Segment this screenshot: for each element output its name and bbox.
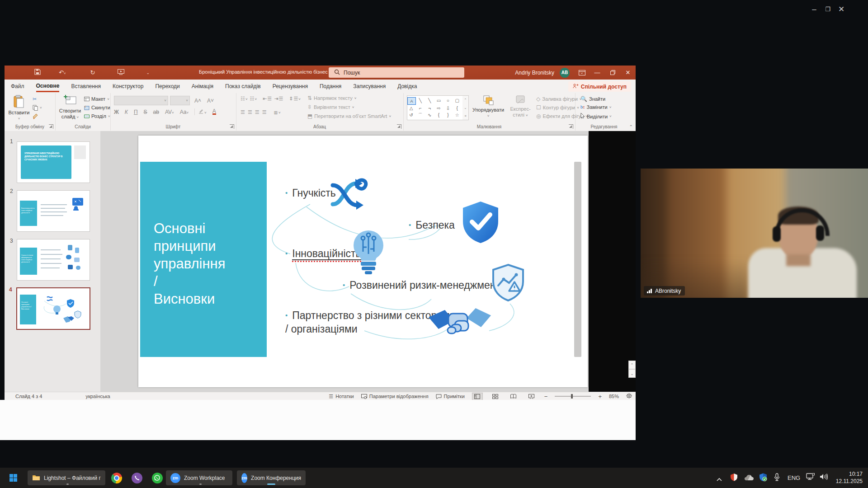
tab-slideshow[interactable]: Показ слайдів xyxy=(225,81,261,91)
slideshow-view-button[interactable] xyxy=(526,393,537,400)
slide-sorter-view-button[interactable] xyxy=(490,393,501,400)
slide-thumbnail-1[interactable]: УПРАВЛІННЯ ІНВЕСТИЦІЙНОЮ ДІЯЛЬНІСТЮ БІЗН… xyxy=(17,142,90,183)
shield-check-icon[interactable] xyxy=(460,200,501,244)
select-button[interactable]: Виділити˅ xyxy=(580,113,612,120)
display-options-button[interactable]: Параметри відображення xyxy=(361,394,429,399)
bullet-innovation[interactable]: Інноваційність xyxy=(285,247,361,260)
tab-transitions[interactable]: Переходи xyxy=(155,81,179,91)
slide-thumbnail-3[interactable]: Сучасні етапи формування інвестиційної д… xyxy=(17,239,90,280)
shrink-font-button[interactable]: A˅ xyxy=(207,98,214,104)
find-button[interactable]: 🔍Знайти xyxy=(580,96,605,102)
notes-button[interactable]: ☰Нотатки xyxy=(329,394,354,399)
tab-help[interactable]: Довідка xyxy=(397,81,417,91)
strikethrough2-button[interactable]: ab xyxy=(153,109,159,115)
tray-language[interactable]: ENG xyxy=(788,474,800,481)
underline-button[interactable]: П xyxy=(134,109,138,115)
new-slide-button[interactable]: Створити слайд ˅ xyxy=(57,95,83,120)
taskbar-app-lightshot[interactable]: Lightshot – Файловий г xyxy=(28,470,105,485)
replace-button[interactable]: bc Замінити˅ xyxy=(580,104,611,110)
tray-chevron-icon[interactable] xyxy=(717,475,722,483)
justify-button[interactable]: ☰ xyxy=(262,109,268,115)
align-right-button[interactable]: ☰ xyxy=(255,109,260,115)
tab-record[interactable]: Записування xyxy=(353,81,386,91)
previous-slide-button[interactable]: ⌃ xyxy=(628,361,636,369)
bullet-risk[interactable]: Розвинений ризик-менеджмент xyxy=(343,278,500,292)
save-icon[interactable] xyxy=(34,69,41,76)
tray-network-icon[interactable] xyxy=(806,473,815,483)
shuffle-arrows-icon[interactable] xyxy=(328,172,373,216)
fit-to-window-icon[interactable] xyxy=(626,393,632,399)
copy-button[interactable]: ˅ xyxy=(33,105,42,111)
shell-close-button[interactable]: ✕ xyxy=(835,5,848,14)
highlight-button[interactable]: ˅ xyxy=(194,108,207,115)
bold-button[interactable]: Ж xyxy=(114,109,119,115)
start-button[interactable] xyxy=(6,471,20,485)
tray-clock[interactable]: 10:17 12.11.2025 xyxy=(836,470,863,485)
normal-view-button[interactable] xyxy=(472,393,483,400)
slide-thumbnail-4[interactable]: Основні принципи управління / Висновки xyxy=(17,288,90,329)
bullet-security[interactable]: Безпека xyxy=(409,218,455,232)
zoom-in-button[interactable]: + xyxy=(598,393,602,400)
strikethrough-button[interactable]: S xyxy=(144,109,147,115)
clipboard-dialog-launcher[interactable] xyxy=(49,124,53,129)
customize-qat-icon[interactable]: ⌄ xyxy=(146,70,150,75)
shell-minimize-button[interactable]: – xyxy=(807,5,821,14)
slide-title-box[interactable]: Основні принципи управління / Висновки xyxy=(140,162,267,357)
shapes-gallery-scroll[interactable]: ⌃⌄≡ xyxy=(462,95,469,120)
taskbar-app-viber[interactable] xyxy=(130,471,144,485)
quick-styles-button[interactable]: Експрес- стилі ˅ xyxy=(506,95,534,118)
account-avatar[interactable]: AB xyxy=(560,68,570,78)
arrange-button[interactable]: Упорядкувати˅ xyxy=(471,95,505,119)
italic-button[interactable]: К xyxy=(125,109,128,115)
drawing-dialog-launcher[interactable] xyxy=(569,124,573,129)
tab-home[interactable]: Основне xyxy=(36,81,60,92)
slide-thumbnail-2[interactable]: Багатогранність інвестиційної діяльності xyxy=(17,191,90,231)
smartart-button[interactable]: ⬒Перетворити на об'єкт SmartArt˅ xyxy=(307,113,391,119)
comments-button[interactable]: Примітки xyxy=(436,394,465,399)
webcam-video[interactable]: ABronitsky xyxy=(641,169,868,298)
paste-button[interactable]: Вставити˅ xyxy=(7,95,31,122)
section-button[interactable]: Розділ˅ xyxy=(84,113,110,119)
tray-microphone-icon[interactable] xyxy=(774,473,780,483)
slide-page[interactable]: Основні принципи управління / Висновки Г… xyxy=(138,136,588,387)
text-direction-button[interactable]: ⇅Напрямок тексту˅ xyxy=(307,95,356,101)
ppt-minimize-button[interactable]: — xyxy=(590,66,605,80)
handshake-icon[interactable] xyxy=(428,301,492,341)
start-slideshow-icon[interactable] xyxy=(118,69,124,76)
character-spacing-button[interactable]: AV˅ xyxy=(165,109,174,115)
decrease-indent-button[interactable]: ⇤☰ xyxy=(263,96,272,102)
search-box[interactable]: Пошук xyxy=(329,67,464,78)
taskbar-app-zoom-workplace[interactable]: zm Zoom Workplace xyxy=(166,470,232,485)
grow-font-button[interactable]: A˄ xyxy=(194,98,201,104)
taskbar-app-chrome[interactable] xyxy=(109,471,123,485)
tab-animations[interactable]: Анімація xyxy=(192,81,213,91)
tray-onedrive-icon[interactable] xyxy=(744,474,754,483)
collapse-ribbon-icon[interactable]: ⌃ xyxy=(629,124,633,129)
shell-restore-button[interactable]: ❐ xyxy=(821,6,835,13)
share-button[interactable]: Спільний доступ xyxy=(568,81,631,92)
account-name[interactable]: Andriy Bronitsky xyxy=(515,70,554,76)
font-name-combo[interactable]: ˅ xyxy=(114,96,168,105)
align-left-button[interactable]: ☰ xyxy=(241,109,246,115)
slide-scrollbar[interactable] xyxy=(574,162,581,357)
align-text-button[interactable]: ⇳Вирівняти текст˅ xyxy=(307,104,354,110)
shapes-gallery[interactable]: A ╲╲▭○▢ △⌐¬⇨⇩{ ↺⌒∿{}☆ xyxy=(407,95,463,120)
ppt-restore-button[interactable] xyxy=(605,66,620,80)
line-spacing-button[interactable]: ⇕☰˅ xyxy=(289,96,301,102)
columns-button[interactable]: ▥˅ xyxy=(274,110,282,115)
zoom-slider-thumb[interactable] xyxy=(571,394,573,399)
tray-defender-icon[interactable] xyxy=(759,473,767,483)
next-slide-button[interactable]: ⌄ xyxy=(628,369,636,378)
tray-security-icon[interactable] xyxy=(730,473,738,483)
format-painter-button[interactable] xyxy=(33,113,38,119)
tab-review[interactable]: Рецензування xyxy=(273,81,308,91)
cut-button[interactable]: ✂ xyxy=(33,96,37,102)
ppt-close-button[interactable]: ✕ xyxy=(620,66,636,80)
lightbulb-icon[interactable] xyxy=(352,227,385,278)
align-center-button[interactable]: ☰ xyxy=(248,109,253,115)
taskbar-app-whatsapp[interactable] xyxy=(150,471,164,485)
font-color-button[interactable]: А xyxy=(212,109,216,115)
reading-view-button[interactable] xyxy=(508,393,519,400)
language-indicator[interactable]: українська xyxy=(86,394,110,399)
zoom-level[interactable]: 85% xyxy=(609,394,619,399)
